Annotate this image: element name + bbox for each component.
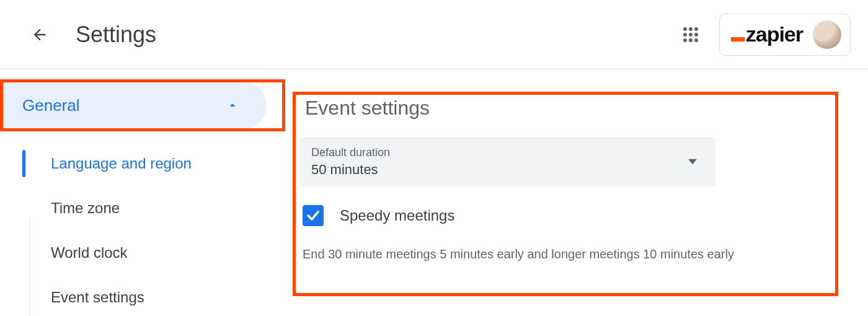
speedy-meetings-label: Speedy meetings — [340, 207, 454, 224]
avatar[interactable] — [813, 20, 841, 49]
settings-sidebar: General Language and region Time zone Wo… — [0, 69, 285, 316]
back-button[interactable] — [27, 22, 52, 47]
sidebar-section-general[interactable]: General — [0, 82, 267, 129]
arrow-left-icon — [31, 26, 48, 43]
select-value: 50 minutes — [311, 162, 390, 178]
highlight-annotation-content — [293, 92, 838, 296]
speedy-meetings-checkbox[interactable] — [303, 205, 324, 226]
check-icon — [306, 208, 321, 223]
sidebar-item-label: Language and region — [51, 155, 192, 172]
sidebar-items: Language and region Time zone World cloc… — [0, 129, 285, 316]
sidebar-item-world-clock[interactable]: World clock — [22, 230, 285, 275]
sidebar-item-label: Event settings — [51, 289, 144, 306]
default-duration-select[interactable]: Default duration 50 minutes — [300, 137, 715, 187]
brand-text: zapier — [746, 22, 803, 46]
apps-launcher-button[interactable] — [676, 20, 706, 50]
speedy-meetings-row: Speedy meetings — [300, 205, 838, 226]
sidebar-item-label: Time zone — [51, 200, 120, 217]
app-header: Settings zapier — [0, 0, 868, 69]
settings-content: Event settings Default duration 50 minut… — [285, 69, 868, 316]
caret-down-icon — [688, 157, 697, 166]
apps-grid-icon — [683, 27, 698, 42]
content-section-title: Event settings — [300, 97, 838, 120]
sidebar-item-language-and-region[interactable]: Language and region — [22, 141, 285, 186]
sidebar-item-label: World clock — [51, 244, 128, 261]
select-text: Default duration 50 minutes — [311, 146, 390, 178]
sidebar-item-time-zone[interactable]: Time zone — [22, 186, 285, 230]
select-label: Default duration — [311, 146, 390, 159]
speedy-meetings-helper-text: End 30 minute meetings 5 minutes early a… — [300, 247, 838, 261]
brand-logo: zapier — [731, 22, 803, 46]
chevron-up-icon — [226, 99, 239, 112]
sidebar-section-label: General — [22, 96, 80, 115]
main-layout: General Language and region Time zone Wo… — [0, 69, 868, 316]
sidebar-item-event-settings[interactable]: Event settings — [22, 275, 285, 316]
account-chip[interactable]: zapier — [719, 14, 851, 56]
brand-accent-icon — [731, 37, 745, 42]
page-title: Settings — [76, 22, 156, 48]
